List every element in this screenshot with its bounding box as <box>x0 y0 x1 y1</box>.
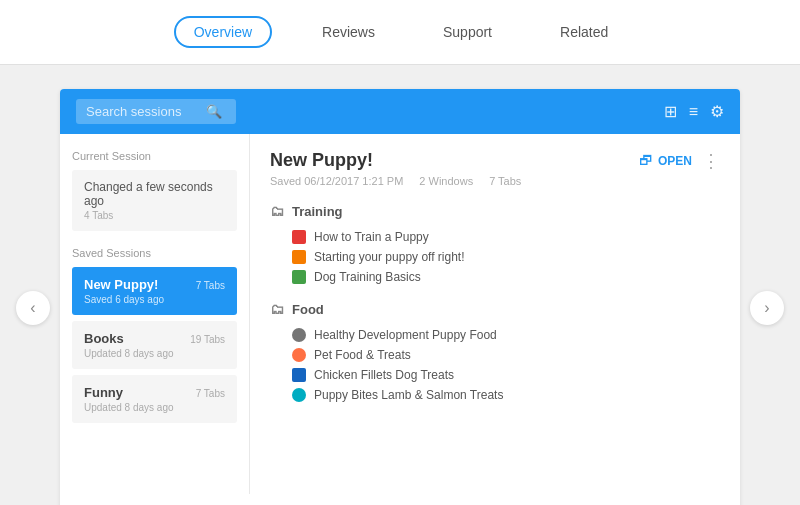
tab-label: Chicken Fillets Dog Treats <box>314 368 454 382</box>
carousel-arrow-left[interactable]: ‹ <box>16 291 50 325</box>
carousel-arrow-right[interactable]: › <box>750 291 784 325</box>
card-header: 🔍 ⊞ ≡ ⚙ <box>60 89 740 134</box>
open-window-icon: 🗗 <box>639 153 652 168</box>
tab-favicon <box>292 348 306 362</box>
search-box[interactable]: 🔍 <box>76 99 236 124</box>
current-session-title: Changed a few seconds ago <box>84 180 225 208</box>
tab-favicon <box>292 230 306 244</box>
grid-view-icon[interactable]: ⊞ <box>664 102 677 121</box>
search-icon: 🔍 <box>206 104 222 119</box>
current-session-tabs: 4 Tabs <box>84 210 225 221</box>
tab-group-food: 🗂 Food Healthy Development Puppy Food Pe… <box>270 301 720 405</box>
tab-group-training: 🗂 Training How to Train a Puppy Starting… <box>270 203 720 287</box>
card-body: Current Session Changed a few seconds ag… <box>60 134 740 494</box>
saved-session-2-title: Funny <box>84 385 123 400</box>
main-area: ‹ 🔍 ⊞ ≡ ⚙ Current Session Changed a few … <box>0 65 800 505</box>
session-actions: 🗗 OPEN ⋮ <box>639 152 720 170</box>
more-options-button[interactable]: ⋮ <box>702 152 720 170</box>
tab-item[interactable]: Pet Food & Treats <box>270 345 720 365</box>
tab-favicon <box>292 270 306 284</box>
tab-item[interactable]: How to Train a Puppy <box>270 227 720 247</box>
settings-icon[interactable]: ⚙ <box>710 102 724 121</box>
saved-session-1-tabs: 19 Tabs <box>190 334 225 345</box>
right-panel: New Puppy! 🗗 OPEN ⋮ Saved 06/12/2017 1:2… <box>250 134 740 494</box>
tab-favicon <box>292 368 306 382</box>
saved-session-2-meta: Updated 8 days ago <box>84 402 225 413</box>
tab-item[interactable]: Starting your puppy off right! <box>270 247 720 267</box>
tab-item[interactable]: Dog Training Basics <box>270 267 720 287</box>
tab-label: How to Train a Puppy <box>314 230 429 244</box>
list-view-icon[interactable]: ≡ <box>689 103 698 121</box>
folder-icon: 🗂 <box>270 301 284 317</box>
saved-date: Saved 06/12/2017 1:21 PM <box>270 175 403 187</box>
session-header: New Puppy! 🗗 OPEN ⋮ <box>270 150 720 171</box>
current-session-item[interactable]: Changed a few seconds ago 4 Tabs <box>72 170 237 231</box>
tab-label: Dog Training Basics <box>314 270 421 284</box>
saved-session-2[interactable]: Funny 7 Tabs Updated 8 days ago <box>72 375 237 423</box>
tab-item[interactable]: Chicken Fillets Dog Treats <box>270 365 720 385</box>
saved-session-0-tabs: 7 Tabs <box>196 280 225 291</box>
open-label: OPEN <box>658 154 692 168</box>
saved-session-0-meta: Saved 6 days ago <box>84 294 225 305</box>
nav-related[interactable]: Related <box>542 18 626 46</box>
group-title-training: 🗂 Training <box>270 203 720 219</box>
open-button[interactable]: 🗗 OPEN <box>639 153 692 168</box>
pagination <box>60 494 740 505</box>
sidebar: Current Session Changed a few seconds ag… <box>60 134 250 494</box>
tab-favicon <box>292 250 306 264</box>
saved-sessions-label: Saved Sessions <box>72 247 237 259</box>
tab-item[interactable]: Healthy Development Puppy Food <box>270 325 720 345</box>
saved-session-1-title: Books <box>84 331 124 346</box>
header-icons: ⊞ ≡ ⚙ <box>664 102 724 121</box>
tab-favicon <box>292 328 306 342</box>
tab-item[interactable]: Puppy Bites Lamb & Salmon Treats <box>270 385 720 405</box>
tab-favicon <box>292 388 306 402</box>
saved-session-2-tabs: 7 Tabs <box>196 388 225 399</box>
tab-label: Healthy Development Puppy Food <box>314 328 497 342</box>
session-name: New Puppy! <box>270 150 373 171</box>
session-info: Saved 06/12/2017 1:21 PM 2 Windows 7 Tab… <box>270 175 720 187</box>
tabs-count: 7 Tabs <box>489 175 521 187</box>
saved-session-1-meta: Updated 8 days ago <box>84 348 225 359</box>
search-input[interactable] <box>86 104 206 119</box>
nav-reviews[interactable]: Reviews <box>304 18 393 46</box>
windows-count: 2 Windows <box>419 175 473 187</box>
current-session-label: Current Session <box>72 150 237 162</box>
folder-icon: 🗂 <box>270 203 284 219</box>
nav-support[interactable]: Support <box>425 18 510 46</box>
top-nav: Overview Reviews Support Related <box>0 0 800 65</box>
tab-label: Puppy Bites Lamb & Salmon Treats <box>314 388 503 402</box>
tab-label: Pet Food & Treats <box>314 348 411 362</box>
sessions-card: 🔍 ⊞ ≡ ⚙ Current Session Changed a few se… <box>60 89 740 505</box>
group-name-food: Food <box>292 302 324 317</box>
group-title-food: 🗂 Food <box>270 301 720 317</box>
group-name-training: Training <box>292 204 343 219</box>
saved-session-0[interactable]: New Puppy! 7 Tabs Saved 6 days ago <box>72 267 237 315</box>
nav-overview[interactable]: Overview <box>174 16 272 48</box>
saved-session-1[interactable]: Books 19 Tabs Updated 8 days ago <box>72 321 237 369</box>
tab-label: Starting your puppy off right! <box>314 250 465 264</box>
saved-session-0-title: New Puppy! <box>84 277 158 292</box>
